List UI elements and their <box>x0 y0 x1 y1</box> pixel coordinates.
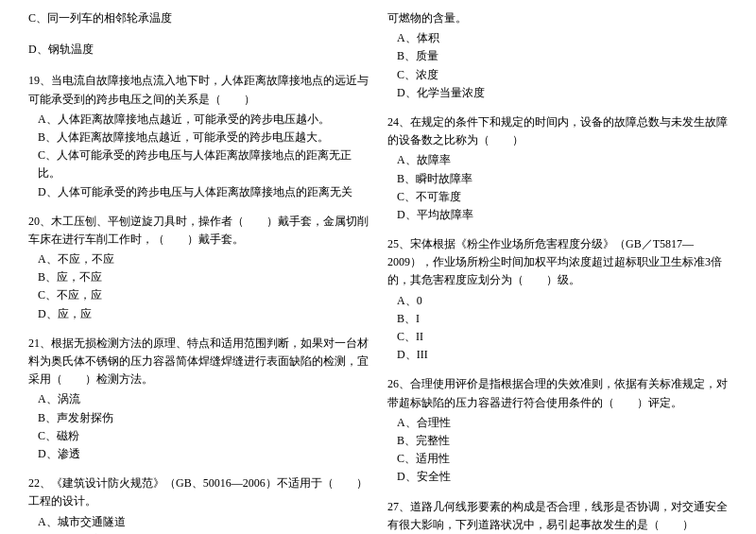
question-24: 24、在规定的条件下和规定的时间内，设备的故障总数与未发生故障的设备数之比称为（… <box>387 113 728 224</box>
q22-options: A、城市交通隧道 B、炸药厂房 C、建筑高度大于24.0m的单层公共建筑 D、可… <box>28 513 369 535</box>
q-combustible-option-d: D、化学当量浓度 <box>397 84 728 102</box>
q19-text: 19、当电流自故障接地点流入地下时，人体距离故障接地点的远近与可能承受到的跨步电… <box>28 72 369 108</box>
q21-options: A、涡流 B、声发射探伤 C、磁粉 D、渗透 <box>28 390 369 463</box>
q19-option-a: A、人体距离故障接地点越近，可能承受的跨步电压越小。 <box>38 111 369 129</box>
q20-option-a: A、不应，不应 <box>38 250 369 268</box>
right-column: 可燃物的含量。 A、体积 B、质量 C、浓度 D、化学当量浓度 24、在规定的条… <box>387 9 728 534</box>
q-c-note-text: C、同一列车的相邻轮承温度 <box>28 9 369 27</box>
q19-option-d: D、人体可能承受的跨步电压与人体距离故障接地点的距离无关 <box>38 183 369 201</box>
question-22: 22、《建筑设计防火规范》（GB、50016—2006）不适用于（ ）工程的设计… <box>28 474 369 534</box>
q24-option-a: A、故障率 <box>397 151 728 169</box>
q20-option-c: C、不应，应 <box>38 286 369 304</box>
q21-option-b: B、声发射探伤 <box>38 409 369 427</box>
q20-option-b: B、应，不应 <box>38 268 369 286</box>
q25-text: 25、宋体根据《粉尘作业场所危害程度分级》（GB／T5817—2009），作业场… <box>387 235 728 290</box>
q24-option-b: B、瞬时故障率 <box>397 170 728 188</box>
page-content: C、同一列车的相邻轮承温度 D、钢轨温度 19、当电流自故障接地点流入地下时，人… <box>28 9 728 534</box>
left-column: C、同一列车的相邻轮承温度 D、钢轨温度 19、当电流自故障接地点流入地下时，人… <box>28 9 369 534</box>
q25-option-c: C、II <box>397 328 728 346</box>
q26-options: A、合理性 B、完整性 C、适用性 D、安全性 <box>387 414 728 487</box>
q27-text: 27、道路几何线形要素的构成是否合理，线形是否协调，对交通安全有很大影响，下列道… <box>387 498 728 534</box>
q21-option-d: D、渗透 <box>38 445 369 463</box>
q26-option-a: A、合理性 <box>397 414 728 432</box>
q21-text: 21、根据无损检测方法的原理、特点和适用范围判断，如果对一台材料为奥氏体不锈钢的… <box>28 335 369 389</box>
q22-option-a: A、城市交通隧道 <box>38 513 369 531</box>
question-c-note: C、同一列车的相邻轮承温度 <box>28 9 369 29</box>
q21-option-c: C、磁粉 <box>38 427 369 445</box>
q25-option-d: D、III <box>397 346 728 364</box>
q24-options: A、故障率 B、瞬时故障率 C、不可靠度 D、平均故障率 <box>387 151 728 224</box>
question-26: 26、合理使用评价是指根据合理的失效准则，依据有关标准规定，对带超标缺陷的压力容… <box>387 375 728 486</box>
q24-option-d: D、平均故障率 <box>397 206 728 224</box>
q24-option-c: C、不可靠度 <box>397 188 728 206</box>
q25-option-b: B、I <box>397 310 728 328</box>
q22-text: 22、《建筑设计防火规范》（GB、50016—2006）不适用于（ ）工程的设计… <box>28 474 369 510</box>
q-d-note-text: D、钢轨温度 <box>28 41 369 59</box>
q-combustible-text: 可燃物的含量。 <box>387 9 728 27</box>
question-combustible: 可燃物的含量。 A、体积 B、质量 C、浓度 D、化学当量浓度 <box>387 9 728 102</box>
q25-options: A、0 B、I C、II D、III <box>387 292 728 365</box>
q20-options: A、不应，不应 B、应，不应 C、不应，应 D、应，应 <box>28 250 369 323</box>
q-combustible-option-c: C、浓度 <box>397 66 728 84</box>
question-27: 27、道路几何线形要素的构成是否合理，线形是否协调，对交通安全有很大影响，下列道… <box>387 498 728 535</box>
q26-option-c: C、适用性 <box>397 450 728 468</box>
q25-option-a: A、0 <box>397 292 728 310</box>
q26-text: 26、合理使用评价是指根据合理的失效准则，依据有关标准规定，对带超标缺陷的压力容… <box>387 375 728 411</box>
q19-option-c: C、人体可能承受的跨步电压与人体距离故障接地点的距离无正比。 <box>38 146 369 182</box>
q20-text: 20、木工压刨、平刨逆旋刀具时，操作者（ ）戴手套，金属切削车床在进行车削工作时… <box>28 213 369 249</box>
q21-option-a: A、涡流 <box>38 390 369 408</box>
q-combustible-options: A、体积 B、质量 C、浓度 D、化学当量浓度 <box>387 29 728 102</box>
q20-option-d: D、应，应 <box>38 305 369 323</box>
q26-option-b: B、完整性 <box>397 432 728 450</box>
q19-options: A、人体距离故障接地点越近，可能承受的跨步电压越小。 B、人体距离故障接地点越近… <box>28 111 369 201</box>
q19-option-b: B、人体距离故障接地点越近，可能承受的跨步电压越大。 <box>38 129 369 146</box>
question-d-note: D、钢轨温度 <box>28 41 369 60</box>
q-combustible-option-b: B、质量 <box>397 47 728 65</box>
question-25: 25、宋体根据《粉尘作业场所危害程度分级》（GB／T5817—2009），作业场… <box>387 235 728 364</box>
question-20: 20、木工压刨、平刨逆旋刀具时，操作者（ ）戴手套，金属切削车床在进行车削工作时… <box>28 213 369 323</box>
question-19: 19、当电流自故障接地点流入地下时，人体距离故障接地点的远近与可能承受到的跨步电… <box>28 72 369 200</box>
q-combustible-option-a: A、体积 <box>397 29 728 47</box>
q24-text: 24、在规定的条件下和规定的时间内，设备的故障总数与未发生故障的设备数之比称为（… <box>387 113 728 149</box>
q26-option-d: D、安全性 <box>397 468 728 486</box>
question-21: 21、根据无损检测方法的原理、特点和适用范围判断，如果对一台材料为奥氏体不锈钢的… <box>28 335 369 463</box>
